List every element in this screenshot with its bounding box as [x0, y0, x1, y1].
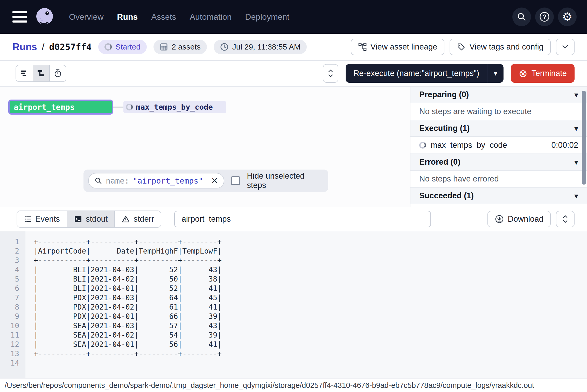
menu-icon[interactable] [12, 11, 27, 23]
view-mode-switcher [16, 65, 66, 82]
clear-filter-icon[interactable]: ✕ [211, 176, 218, 186]
search-icon [94, 177, 102, 185]
log-line: 2|AirportCode| Date|TempHighF|TempLowF| [0, 246, 587, 256]
up-down-chevrons-icon [562, 214, 568, 224]
grid-icon [160, 43, 168, 51]
stdout-log-viewer[interactable]: 1+-----------+----------+---------+-----… [0, 231, 587, 378]
breadcrumb-separator: / [42, 41, 45, 53]
section-executing-header[interactable]: Executing (1) ▾ [410, 120, 587, 137]
tab-stderr[interactable]: stderr [114, 211, 161, 227]
section-preparing-header[interactable]: Preparing (0) ▾ [410, 87, 587, 103]
download-icon [495, 214, 504, 224]
section-errored-header[interactable]: Errored (0) ▾ [410, 154, 587, 171]
graph-view-icon [37, 69, 46, 78]
log-line: 4| BLI|2021-04-03| 52| 43| [0, 265, 587, 274]
log-line: 7| PDX|2021-04-03| 64| 45| [0, 293, 587, 302]
log-line: 1+-----------+----------+---------+-----… [0, 237, 587, 246]
caret-down-icon: ▾ [574, 90, 578, 99]
log-line: 6| BLI|2021-04-01| 52| 41| [0, 284, 587, 293]
breadcrumb-runs-link[interactable]: Runs [12, 41, 37, 53]
log-line: 8| PDX|2021-04-02| 61| 41| [0, 302, 587, 312]
op-filter-input[interactable]: name: "airport_temps" ✕ [88, 173, 224, 188]
caret-down-icon: ▾ [574, 158, 578, 167]
caret-down-icon: ▾ [494, 69, 497, 78]
tab-events[interactable]: Events [17, 211, 67, 227]
terminate-button[interactable]: ⊗ Terminate [511, 64, 575, 83]
steps-status-panel: Preparing (0) ▾ No steps are waiting to … [410, 87, 587, 207]
download-button[interactable]: Download [487, 211, 551, 227]
svg-text:?: ? [543, 13, 547, 20]
hide-unselected-label[interactable]: Hide unselected steps [247, 171, 324, 190]
spinner-icon [104, 43, 112, 51]
step-elapsed-time: 0:00:02 [551, 141, 578, 150]
tag-icon [457, 43, 466, 51]
nav-item-deployment[interactable]: Deployment [245, 12, 289, 22]
settings-button[interactable]: ⚙ [558, 8, 577, 26]
log-line: 13+-----------+----------+---------+----… [0, 349, 587, 358]
spinner-icon [419, 142, 426, 149]
op-graph-canvas[interactable]: airport_temps max_temps_by_code name: "a… [0, 87, 410, 207]
nav-item-overview[interactable]: Overview [69, 12, 103, 22]
events-list-icon [24, 215, 32, 223]
section-succeeded-header[interactable]: Succeeded (1) ▾ [410, 188, 587, 204]
reexecute-dropdown-button[interactable]: ▾ [487, 64, 504, 83]
view-timing-button[interactable] [49, 65, 66, 81]
clock-icon [220, 43, 229, 51]
view-tags-config-button[interactable]: View tags and config [450, 39, 551, 55]
executing-step-row[interactable]: max_temps_by_code 0:00:02 [410, 137, 587, 154]
caret-down-icon: ▾ [574, 124, 578, 133]
help-button[interactable]: ? [535, 8, 554, 26]
log-file-path: /Users/ben/repos/components_demo/spark-d… [0, 378, 587, 392]
dagster-logo-icon[interactable] [34, 6, 55, 28]
reexecute-button[interactable]: Re-execute (name:"airport_temps") ▾ [346, 64, 504, 83]
nav-item-assets[interactable]: Assets [151, 12, 176, 22]
graph-node-airport-temps[interactable]: airport_temps [8, 100, 113, 115]
top-nav: Overview Runs Assets Automation Deployme… [0, 0, 587, 34]
search-button[interactable] [512, 8, 531, 26]
log-line: 9| PDX|2021-04-01| 66| 39| [0, 312, 587, 321]
view-list-button[interactable] [16, 65, 33, 81]
run-header-more-button[interactable] [556, 39, 575, 55]
log-type-tabs: Events stdout stderr [17, 211, 161, 228]
nav-item-runs[interactable]: Runs [117, 12, 138, 22]
timestamp-badge: Jul 29, 11:38:55 AM [214, 40, 307, 54]
log-line: 14 [0, 358, 587, 368]
section-errored-empty: No steps have errored [410, 171, 587, 188]
run-id: d0257ff4 [49, 42, 92, 52]
spinner-icon [126, 104, 133, 110]
lineage-icon [358, 43, 367, 51]
gear-icon: ⚙ [562, 11, 572, 23]
gutter-divider [25, 231, 25, 378]
assets-count-badge[interactable]: 2 assets [153, 40, 207, 54]
log-line: 11| SEA|2021-04-02| 54| 39| [0, 330, 587, 340]
tab-stdout[interactable]: stdout [67, 211, 114, 227]
graph-filter-bar: name: "airport_temps" ✕ Hide unselected … [83, 170, 328, 192]
view-asset-lineage-button[interactable]: View asset lineage [351, 39, 445, 55]
run-main: airport_temps max_temps_by_code name: "a… [0, 87, 587, 207]
nav-item-automation[interactable]: Automation [190, 12, 232, 22]
log-line: 12| SEA|2021-04-01| 56| 41| [0, 340, 587, 349]
status-badge: Started [98, 40, 147, 54]
list-view-icon [20, 69, 29, 77]
nav-items: Overview Runs Assets Automation Deployme… [69, 12, 289, 22]
log-line: 10| SEA|2021-04-03| 57| 43| [0, 321, 587, 330]
chevron-down-icon [561, 44, 569, 50]
graph-edge [113, 107, 123, 108]
dagster-run-page: Overview Runs Assets Automation Deployme… [0, 0, 587, 392]
search-icon [516, 12, 527, 22]
stopwatch-icon [53, 69, 62, 78]
view-graph-button[interactable] [33, 65, 49, 81]
help-icon: ? [539, 11, 550, 23]
log-step-filter-input[interactable] [174, 211, 431, 227]
caret-down-icon: ▾ [574, 191, 578, 200]
hide-unselected-checkbox[interactable] [231, 176, 240, 185]
warning-triangle-icon [122, 215, 130, 223]
section-preparing-empty: No steps are waiting to execute [410, 103, 587, 120]
panel-scrollbar[interactable] [582, 91, 586, 185]
graph-node-max-temps-by-code[interactable]: max_temps_by_code [123, 101, 226, 113]
terminal-icon [74, 215, 82, 223]
cancel-circle-icon: ⊗ [519, 68, 527, 79]
zoom-controls-button[interactable] [323, 64, 338, 83]
logs-expand-button[interactable] [556, 211, 575, 227]
log-content: 1+-----------+----------+---------+-----… [0, 237, 587, 368]
